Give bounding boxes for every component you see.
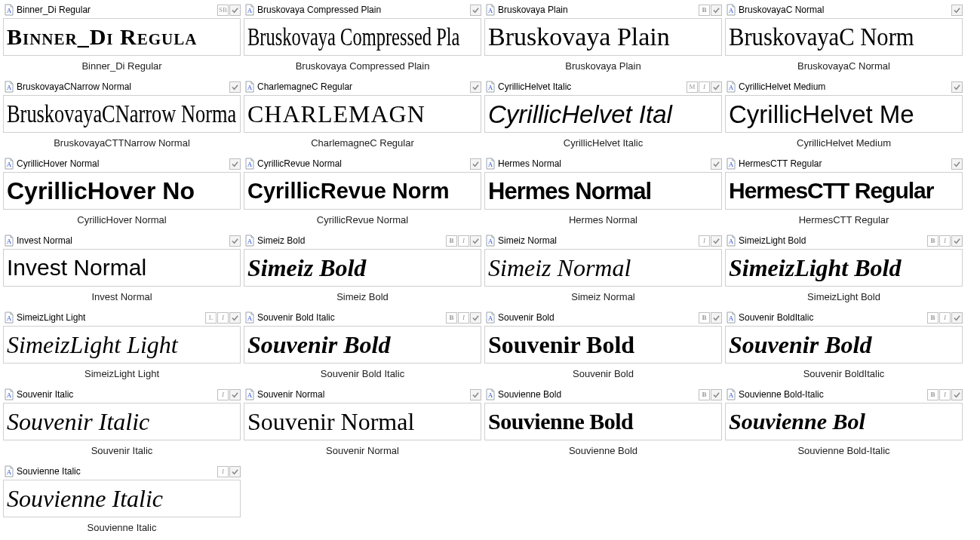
font-preview-box[interactable]: HermesCTT Regular xyxy=(725,172,963,210)
check-badge-icon xyxy=(951,235,963,247)
font-name-label: HermesCTT Regular xyxy=(739,158,951,169)
font-preview-box[interactable]: Souvenir Bold xyxy=(725,326,963,364)
font-preview-box[interactable]: Simeiz Normal xyxy=(484,249,722,287)
font-card[interactable]: ABinner_Di RegularSBBinner_Di RegulaBinn… xyxy=(3,3,241,77)
style-badge-b: B xyxy=(927,235,939,247)
font-card[interactable]: ASimeizLight LightLISimeizLight LightSim… xyxy=(3,311,241,385)
font-card[interactable]: ACyrillicRevue NormalCyrillicRevue NormC… xyxy=(244,157,481,231)
badge-row xyxy=(470,5,481,16)
font-preview-box[interactable]: BruskovayaCNarrow Norma xyxy=(3,95,241,133)
font-card[interactable]: ABruskovaya Compressed PlainBruskovaya C… xyxy=(244,3,481,77)
font-name-label: BruskovayaC Normal xyxy=(739,5,951,15)
style-badge-i: I xyxy=(939,312,951,324)
font-card-header: ABruskovayaCNarrow Normal xyxy=(3,80,241,94)
font-file-icon: A xyxy=(3,235,15,247)
font-card[interactable]: AHermesCTT RegularHermesCTT RegularHerme… xyxy=(725,157,963,231)
check-badge-icon xyxy=(470,312,481,324)
font-preview-box[interactable]: Simeiz Bold xyxy=(244,249,481,287)
font-card[interactable]: AInvest NormalInvest NormalInvest Normal xyxy=(3,234,241,308)
check-badge-icon xyxy=(470,5,481,16)
font-card[interactable]: ABruskovayaC NormalBruskovayaC NormBrusk… xyxy=(725,3,963,77)
font-card-header: ASouvenir ItalicI xyxy=(3,388,241,401)
font-caption: Hermes Normal xyxy=(484,214,722,228)
font-card[interactable]: ASimeiz NormalISimeiz NormalSimeiz Norma… xyxy=(484,234,722,308)
font-card[interactable]: ACharlemagneC RegularCHARLEMAGNCharlemag… xyxy=(244,80,481,154)
check-badge-icon xyxy=(711,158,722,170)
font-card[interactable]: ASimeizLight BoldBISimeizLight BoldSimei… xyxy=(725,234,963,308)
check-badge-icon xyxy=(951,158,963,170)
font-card[interactable]: ACyrillicHelvet ItalicMICyrillicHelvet I… xyxy=(484,80,722,154)
font-preview-box[interactable]: Souvenir Normal xyxy=(244,403,481,440)
svg-text:A: A xyxy=(488,314,493,322)
font-preview-box[interactable]: Souvenir Italic xyxy=(3,403,241,440)
style-badge-b: B xyxy=(927,389,939,400)
font-preview-text: Souvienne Bold xyxy=(488,410,633,433)
font-preview-box[interactable]: CHARLEMAGN xyxy=(244,95,481,133)
style-badge-i: I xyxy=(458,312,469,324)
font-preview-box[interactable]: Bruskovaya Plain xyxy=(484,18,722,56)
font-preview-box[interactable]: Binner_Di Regula xyxy=(3,18,241,56)
font-preview-box[interactable]: Souvienne Bold xyxy=(484,403,722,440)
style-badge-b: B xyxy=(699,5,710,16)
font-card[interactable]: ABruskovaya PlainBBruskovaya PlainBrusko… xyxy=(484,3,722,77)
font-name-label: CyrillicHover Normal xyxy=(17,158,229,169)
style-badge-b: B xyxy=(446,312,457,324)
font-preview-box[interactable]: SimeizLight Bold xyxy=(725,249,963,287)
font-caption: CyrillicHover Normal xyxy=(3,214,241,228)
font-card[interactable]: ABruskovayaCNarrow NormalBruskovayaCNarr… xyxy=(3,80,241,154)
style-badge-i: I xyxy=(699,81,710,93)
font-card-header: ASimeizLight LightLI xyxy=(3,311,241,324)
font-file-icon: A xyxy=(484,311,496,324)
font-card[interactable]: ASouvienne BoldBSouvienne BoldSouvienne … xyxy=(484,388,722,462)
font-file-icon: A xyxy=(725,235,737,247)
badge-row: MI xyxy=(687,81,722,93)
font-card[interactable]: ASouvenir ItalicISouvenir ItalicSouvenir… xyxy=(3,388,241,462)
style-badge-sb: SB xyxy=(217,5,229,16)
font-preview-box[interactable]: Hermes Normal xyxy=(484,172,722,210)
font-card[interactable]: ASouvenir BoldBSouvenir BoldSouvenir Bol… xyxy=(484,311,722,385)
font-preview-box[interactable]: CyrillicHover No xyxy=(3,172,241,210)
font-preview-box[interactable]: Souvienne Italic xyxy=(3,480,241,517)
font-preview-box[interactable]: Invest Normal xyxy=(3,249,241,287)
font-preview-box[interactable]: Souvenir Bold xyxy=(244,326,481,364)
font-name-label: Bruskovaya Compressed Plain xyxy=(257,5,470,15)
font-preview-box[interactable]: Bruskovaya Compressed Pla xyxy=(244,18,481,56)
font-preview-text: HermesCTT Regular xyxy=(729,179,933,202)
font-card-header: AInvest Normal xyxy=(3,234,241,247)
font-card[interactable]: ASouvienne Bold-ItalicBISouvienne BolSou… xyxy=(725,388,963,462)
font-card[interactable]: ASimeiz BoldBISimeiz BoldSimeiz Bold xyxy=(244,234,481,308)
font-preview-box[interactable]: Souvienne Bol xyxy=(725,403,963,440)
font-card[interactable]: AHermes NormalHermes NormalHermes Normal xyxy=(484,157,722,231)
badge-row: LI xyxy=(205,312,241,324)
font-preview-text: Simeiz Normal xyxy=(488,256,631,280)
font-preview-box[interactable]: SimeizLight Light xyxy=(3,326,241,364)
font-preview-box[interactable]: Souvenir Bold xyxy=(484,326,722,364)
font-caption: Invest Normal xyxy=(3,291,241,305)
svg-text:A: A xyxy=(247,84,253,91)
font-caption: Souvenir Italic xyxy=(3,445,241,459)
font-preview-box[interactable]: CyrillicHelvet Ital xyxy=(484,95,722,133)
font-preview-box[interactable]: CyrillicRevue Norm xyxy=(244,172,481,210)
style-badge-i: I xyxy=(217,466,229,477)
font-card[interactable]: ACyrillicHelvet MediumCyrillicHelvet MeC… xyxy=(725,80,963,154)
font-preview-text: CyrillicRevue Norm xyxy=(247,180,450,202)
check-badge-icon xyxy=(229,312,241,324)
badge-row: BI xyxy=(446,235,481,247)
font-card[interactable]: ASouvienne ItalicISouvienne ItalicSouvie… xyxy=(3,465,241,538)
font-caption: Souvenir Bold Italic xyxy=(244,368,481,382)
font-card[interactable]: ASouvenir Bold ItalicBISouvenir BoldSouv… xyxy=(244,311,481,385)
svg-text:A: A xyxy=(247,7,253,14)
font-card[interactable]: ACyrillicHover NormalCyrillicHover NoCyr… xyxy=(3,157,241,231)
font-preview-text: Simeiz Bold xyxy=(247,256,366,280)
font-card[interactable]: ASouvenir BoldItalicBISouvenir BoldSouve… xyxy=(725,311,963,385)
font-file-icon: A xyxy=(725,81,737,93)
svg-text:A: A xyxy=(729,314,734,322)
font-card[interactable]: ASouvenir NormalSouvenir NormalSouvenir … xyxy=(244,388,481,462)
font-preview-text: CyrillicHelvet Ital xyxy=(488,102,672,127)
svg-text:A: A xyxy=(7,391,12,399)
font-preview-box[interactable]: CyrillicHelvet Me xyxy=(725,95,963,133)
font-grid: ABinner_Di RegularSBBinner_Di RegulaBinn… xyxy=(0,0,980,540)
font-card-header: AHermes Normal xyxy=(484,157,722,170)
font-preview-box[interactable]: BruskovayaC Norm xyxy=(725,18,963,56)
font-file-icon: A xyxy=(244,158,256,170)
